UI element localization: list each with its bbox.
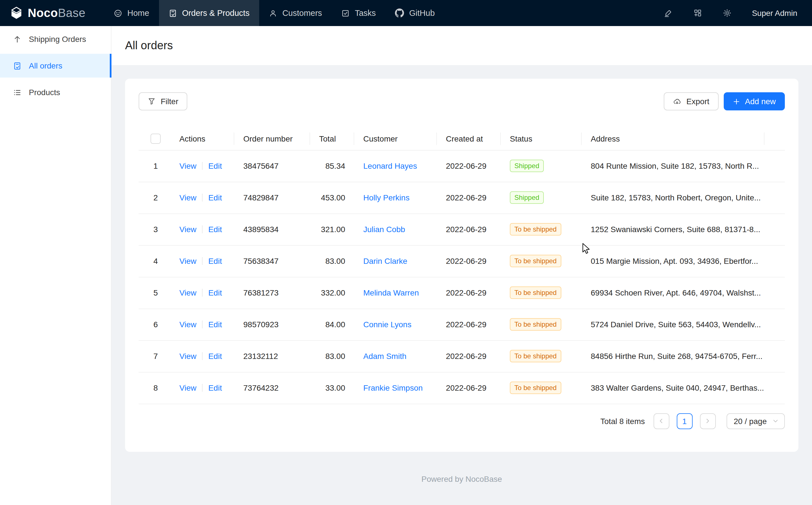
- pagination-page-1[interactable]: 1: [676, 413, 692, 429]
- customer-link[interactable]: Melinda Warren: [363, 288, 419, 297]
- user-menu[interactable]: Super Admin: [752, 8, 797, 18]
- column-header-address: Address: [582, 127, 765, 150]
- edit-link[interactable]: Edit: [208, 257, 222, 266]
- created-at-cell: 2022-06-29: [437, 213, 501, 245]
- address-cell: 383 Walter Gardens, Suite 040, 24947, Be…: [582, 372, 765, 404]
- customer-link[interactable]: Connie Lyons: [363, 320, 412, 329]
- order-number-cell: 76381273: [234, 277, 310, 309]
- nav-item-github[interactable]: GitHub: [385, 0, 444, 26]
- order-number-cell: 43895834: [234, 213, 310, 245]
- action-divider: [202, 352, 203, 360]
- edit-link[interactable]: Edit: [208, 320, 222, 329]
- status-cell: Shipped: [501, 150, 582, 182]
- table-row: 5 ViewEdit 76381273 332.00 Melinda Warre…: [139, 277, 785, 309]
- row-index-cell: 7: [139, 340, 173, 372]
- view-link[interactable]: View: [179, 352, 196, 361]
- pagination-prev-button[interactable]: [653, 413, 669, 429]
- top-nav: NocoBase Home Orders: [0, 0, 812, 26]
- table-header-row: Actions Order number Total Customer Crea…: [139, 127, 785, 150]
- status-badge: To be shipped: [510, 318, 561, 331]
- pagination-next-button[interactable]: [700, 413, 716, 429]
- customer-cell: Connie Lyons: [354, 309, 437, 340]
- sidebar-item-all-orders[interactable]: All orders: [0, 54, 111, 77]
- address-cell: Suite 182, 15783, North Robert, Oregon, …: [582, 182, 765, 213]
- view-link[interactable]: View: [179, 225, 196, 234]
- edit-link[interactable]: Edit: [208, 161, 222, 170]
- filter-button[interactable]: Filter: [139, 92, 187, 111]
- customer-link[interactable]: Julian Cobb: [363, 225, 405, 234]
- nav-item-label: Customers: [282, 8, 322, 18]
- action-divider: [202, 384, 203, 392]
- page-header: All orders: [111, 26, 812, 65]
- total-cell: 83.00: [310, 245, 354, 277]
- edit-link[interactable]: Edit: [208, 383, 222, 392]
- view-link[interactable]: View: [179, 257, 196, 266]
- status-cell: To be shipped: [501, 372, 582, 404]
- brand-name: NocoBase: [28, 6, 85, 20]
- customer-link[interactable]: Holly Perkins: [363, 193, 410, 202]
- table-row: 3 ViewEdit 43895834 321.00 Julian Cobb 2…: [139, 213, 785, 245]
- nav-item-label: GitHub: [409, 8, 435, 18]
- nav-item-orders-products[interactable]: Orders & Products: [159, 0, 259, 26]
- settings-icon[interactable]: [723, 8, 732, 18]
- table-row: 8 ViewEdit 73764232 33.00 Frankie Simpso…: [139, 372, 785, 404]
- status-badge: To be shipped: [510, 223, 561, 235]
- view-link[interactable]: View: [179, 320, 196, 329]
- nocobase-logo-icon: [9, 6, 24, 20]
- ui-editor-icon[interactable]: [664, 8, 673, 18]
- total-cell: 453.00: [310, 182, 354, 213]
- sidebar: Shipping Orders All orders Products: [0, 26, 111, 505]
- column-header-order-number: Order number: [234, 127, 310, 150]
- row-actions-cell: ViewEdit: [173, 309, 234, 340]
- created-at-cell: 2022-06-29: [437, 245, 501, 277]
- sidebar-item-shipping-orders[interactable]: Shipping Orders: [0, 27, 111, 51]
- row-spacer-cell: [765, 340, 785, 372]
- view-link[interactable]: View: [179, 288, 196, 297]
- customer-link[interactable]: Adam Smith: [363, 352, 407, 361]
- customer-cell: Holly Perkins: [354, 182, 437, 213]
- created-at-cell: 2022-06-29: [437, 340, 501, 372]
- created-at-cell: 2022-06-29: [437, 277, 501, 309]
- plus-icon: [733, 98, 740, 105]
- customer-link[interactable]: Darin Clarke: [363, 257, 408, 266]
- status-cell: To be shipped: [501, 277, 582, 309]
- select-all-checkbox[interactable]: [151, 134, 161, 144]
- table-row: 4 ViewEdit 75638347 83.00 Darin Clarke 2…: [139, 245, 785, 277]
- nav-item-home[interactable]: Home: [104, 0, 159, 26]
- edit-link[interactable]: Edit: [208, 193, 222, 202]
- view-link[interactable]: View: [179, 161, 196, 170]
- toolbar-right: Export Add new: [664, 92, 785, 111]
- table-row: 6 ViewEdit 98570923 84.00 Connie Lyons 2…: [139, 309, 785, 340]
- filter-icon: [148, 98, 156, 105]
- address-cell: 69934 Schoen River, Apt. 646, 49704, Wal…: [582, 277, 765, 309]
- pagination-total: Total 8 items: [600, 416, 645, 426]
- row-spacer-cell: [765, 277, 785, 309]
- nav-item-customers[interactable]: Customers: [259, 0, 332, 26]
- status-badge: Shipped: [510, 160, 544, 172]
- edit-link[interactable]: Edit: [208, 288, 222, 297]
- edit-link[interactable]: Edit: [208, 352, 222, 361]
- status-badge: To be shipped: [510, 287, 561, 299]
- page-title: All orders: [125, 39, 173, 52]
- nav-item-label: Tasks: [355, 8, 376, 18]
- customer-link[interactable]: Leonard Hayes: [363, 161, 417, 170]
- row-spacer-cell: [765, 213, 785, 245]
- edit-link[interactable]: Edit: [208, 225, 222, 234]
- table-row: 2 ViewEdit 74829847 453.00 Holly Perkins…: [139, 182, 785, 213]
- sidebar-item-products[interactable]: Products: [0, 80, 111, 104]
- check-square-icon: [341, 9, 350, 17]
- nav-item-tasks[interactable]: Tasks: [332, 0, 385, 26]
- export-button[interactable]: Export: [664, 92, 718, 111]
- column-header-spacer: [765, 127, 785, 150]
- customer-cell: Melinda Warren: [354, 277, 437, 309]
- page-size-select[interactable]: 20 / page: [726, 413, 785, 429]
- customer-link[interactable]: Frankie Simpson: [363, 383, 423, 392]
- sidebar-item-label: Shipping Orders: [29, 34, 86, 44]
- row-index-cell: 2: [139, 182, 173, 213]
- plugin-blocks-icon[interactable]: [693, 8, 702, 18]
- brand-logo[interactable]: NocoBase: [0, 0, 104, 26]
- view-link[interactable]: View: [179, 383, 196, 392]
- status-cell: To be shipped: [501, 309, 582, 340]
- add-new-button[interactable]: Add new: [724, 92, 785, 111]
- view-link[interactable]: View: [179, 193, 196, 202]
